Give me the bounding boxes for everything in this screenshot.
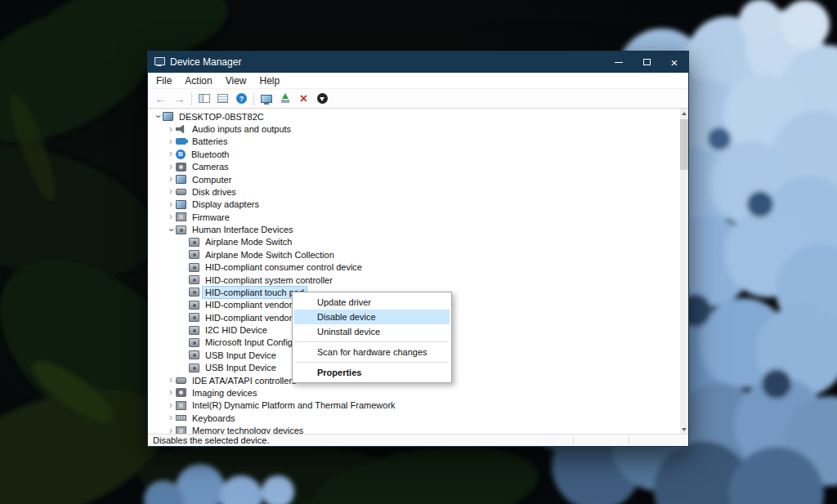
- tree-item-hid-compliant-system-controller[interactable]: HID-compliant system controller: [148, 274, 680, 286]
- tree-item-human-interface-devices[interactable]: ›Human Interface Devices: [148, 223, 680, 235]
- properties-icon: [217, 94, 228, 103]
- hid-icon: [189, 364, 199, 372]
- hid-icon: [189, 313, 199, 322]
- tree-item-desktop-0bst82c[interactable]: ›DESKTOP-0BST82C: [148, 110, 680, 123]
- menu-view[interactable]: View: [219, 74, 253, 88]
- disable-device-button[interactable]: [313, 90, 332, 108]
- help-button[interactable]: ?: [232, 90, 251, 108]
- tree-item-display-adapters[interactable]: ›Display adapters: [148, 198, 680, 211]
- forward-button[interactable]: →: [170, 90, 189, 108]
- tree-item-disk-drives[interactable]: ›Disk drives: [148, 185, 680, 198]
- app-icon: [154, 57, 165, 67]
- minimize-button[interactable]: [605, 51, 633, 73]
- properties-button[interactable]: [213, 90, 232, 108]
- disk-icon: [176, 377, 186, 384]
- expand-chevron-icon[interactable]: ›: [166, 426, 176, 434]
- tree-item-memory-technology-devices[interactable]: ›Memory technology devices: [148, 424, 680, 434]
- collapse-chevron-icon[interactable]: ›: [154, 112, 163, 122]
- collapse-chevron-icon[interactable]: ›: [167, 225, 176, 234]
- devices-by-type-button[interactable]: [257, 90, 275, 108]
- show-console-tree-button[interactable]: [195, 90, 213, 108]
- bluetooth-icon: B: [176, 149, 186, 159]
- tree-item-firmware[interactable]: ›Firmware: [148, 211, 680, 223]
- hid-icon: [189, 250, 199, 259]
- disable-device-icon: [317, 93, 328, 104]
- tree-item-label: Audio inputs and outputs: [190, 123, 293, 135]
- tree-item-airplane-mode-switch-collection[interactable]: Airplane Mode Switch Collection: [148, 248, 680, 261]
- expand-chevron-icon[interactable]: ›: [166, 125, 176, 134]
- keyboard-icon: [176, 415, 186, 421]
- tree-item-label: Disk drives: [190, 186, 239, 198]
- tree-item-cameras[interactable]: ›Cameras: [148, 161, 680, 173]
- scroll-down-icon[interactable]: [680, 425, 688, 434]
- close-button[interactable]: ×: [660, 51, 688, 73]
- context-item-disable-device[interactable]: Disable device: [294, 310, 450, 324]
- hid-icon: [189, 326, 199, 335]
- tree-item-audio-inputs-and-outputs[interactable]: ›Audio inputs and outputs: [148, 123, 680, 135]
- tree-item-label: Batteries: [190, 136, 230, 147]
- tree-item-computer[interactable]: ›Computer: [148, 173, 680, 185]
- toolbar-separator: [191, 92, 192, 105]
- forward-icon: →: [174, 92, 186, 105]
- hid-icon: [189, 338, 199, 347]
- maximize-button[interactable]: [633, 51, 660, 73]
- context-item-properties[interactable]: Properties: [294, 365, 450, 380]
- expand-chevron-icon[interactable]: ›: [166, 149, 176, 158]
- device-tree: ›DESKTOP-0BST82C›Audio inputs and output…: [148, 110, 680, 434]
- tree-item-imaging-devices[interactable]: ›Imaging devices: [148, 386, 680, 399]
- tree-item-hid-compliant-consumer-control-device[interactable]: HID-compliant consumer control device: [148, 261, 680, 274]
- device-manager-window: Device Manager × FileActionViewHelp ←→?×…: [147, 51, 689, 447]
- expand-chevron-icon[interactable]: ›: [166, 212, 176, 221]
- context-item-uninstall-device[interactable]: Uninstall device: [294, 324, 450, 339]
- expand-chevron-icon[interactable]: ›: [166, 388, 176, 397]
- vertical-scrollbar[interactable]: [680, 109, 688, 434]
- expand-chevron-icon[interactable]: ›: [166, 413, 176, 422]
- hid-icon: [189, 301, 199, 310]
- tree-pane: ›DESKTOP-0BST82C›Audio inputs and output…: [148, 109, 688, 434]
- disk-icon: [176, 189, 186, 195]
- tree-item-intel-r-dynamic-platform-and-thermal-framework[interactable]: ›Intel(R) Dynamic Platform and Thermal F…: [148, 399, 680, 412]
- context-menu-separator: [295, 341, 449, 342]
- expand-chevron-icon[interactable]: ›: [166, 187, 176, 196]
- update-driver-button[interactable]: [275, 90, 294, 108]
- expand-chevron-icon[interactable]: ›: [166, 200, 176, 209]
- tree-item-batteries[interactable]: ›Batteries: [148, 136, 680, 148]
- title-bar[interactable]: Device Manager ×: [148, 51, 688, 73]
- expand-chevron-icon[interactable]: ›: [166, 376, 176, 385]
- expand-chevron-icon[interactable]: ›: [166, 163, 176, 172]
- tree-item-label: HID-compliant consumer control device: [203, 261, 365, 273]
- expand-chevron-icon[interactable]: ›: [166, 175, 176, 184]
- scroll-up-icon[interactable]: [680, 109, 688, 118]
- back-button[interactable]: ←: [151, 90, 170, 108]
- minimize-icon: [615, 62, 623, 63]
- context-item-update-driver[interactable]: Update driver: [294, 295, 450, 310]
- context-menu-separator: [295, 362, 449, 363]
- firmware-icon: [176, 212, 186, 221]
- window-title: Device Manager: [170, 56, 241, 68]
- status-divider: [573, 436, 574, 444]
- hid-icon: [189, 238, 199, 247]
- uninstall-device-button[interactable]: ×: [294, 90, 313, 108]
- expand-chevron-icon[interactable]: ›: [166, 401, 176, 410]
- expand-chevron-icon[interactable]: ›: [166, 137, 176, 146]
- status-divider: [629, 436, 629, 444]
- uninstall-device-icon: ×: [300, 91, 307, 106]
- hid-icon: [176, 225, 186, 234]
- context-item-scan-for-hardware-changes[interactable]: Scan for hardware changes: [294, 345, 450, 359]
- tree-item-label: Keyboards: [190, 413, 238, 424]
- menu-help[interactable]: Help: [253, 74, 287, 88]
- tree-item-airplane-mode-switch[interactable]: Airplane Mode Switch: [148, 236, 680, 248]
- tree-item-label: Firmware: [190, 212, 232, 223]
- tree-item-bluetooth[interactable]: ›BBluetooth: [148, 148, 680, 160]
- scrollbar-thumb[interactable]: [680, 119, 688, 170]
- devices-by-type-icon: [261, 95, 272, 103]
- chip-icon: [176, 426, 186, 434]
- menu-action[interactable]: Action: [178, 74, 218, 88]
- help-icon: ?: [236, 93, 247, 104]
- toolbar-separator: [253, 92, 254, 105]
- tree-item-keyboards[interactable]: ›Keyboards: [148, 412, 680, 424]
- tree-item-label: Airplane Mode Switch Collection: [203, 249, 337, 261]
- menu-file[interactable]: File: [150, 74, 178, 88]
- hid-icon: [189, 275, 199, 284]
- hid-icon: [189, 263, 199, 272]
